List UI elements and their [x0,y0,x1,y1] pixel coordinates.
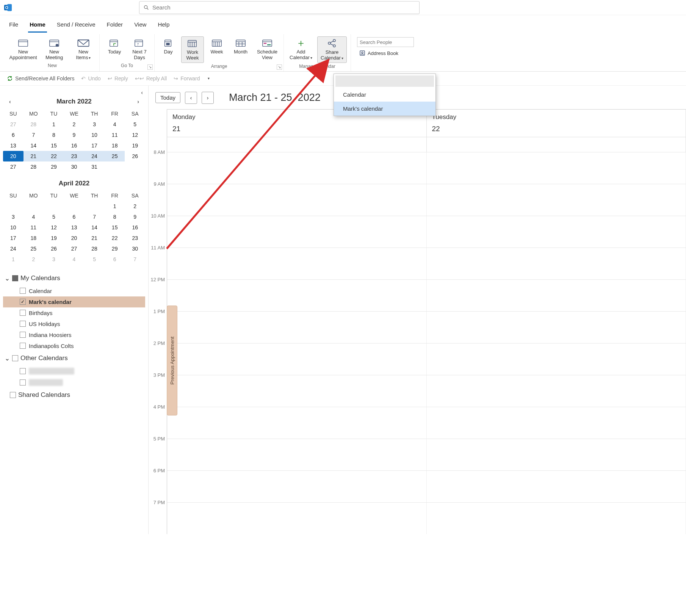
global-search[interactable] [139,1,420,14]
goto-dialog-launcher[interactable]: ↘ [147,64,153,70]
mini-day-cell[interactable]: 16 [125,222,145,233]
hour-row[interactable]: 6 PM [167,470,686,502]
menu-file[interactable]: File [8,19,20,33]
send-receive-all-button[interactable]: Send/Receive All Folders [7,75,74,82]
time-cell[interactable] [167,312,427,343]
mini-day-cell[interactable]: 1 [3,254,23,265]
mini-day-cell[interactable]: 23 [125,233,145,243]
menu-view[interactable]: View [133,19,148,33]
hour-row[interactable]: 1 PM [167,311,686,343]
share-menu-item-marks-calendar[interactable]: Mark's calendar [334,102,435,116]
mini-day-cell[interactable]: 3 [3,212,23,222]
mini-day-cell[interactable]: 12 [44,222,64,233]
mini-day-cell[interactable]: 16 [64,140,85,151]
time-cell[interactable] [167,343,427,375]
hour-row[interactable]: 8 AM [167,152,686,184]
calendar-checkbox[interactable] [20,343,26,349]
today-button[interactable]: Today [103,36,125,62]
mini-day-cell[interactable]: 10 [3,222,23,233]
mini-day-cell[interactable] [44,201,64,212]
mini-day-cell[interactable]: 1 [44,119,64,130]
hour-row[interactable]: 3 PM [167,375,686,407]
undo-button[interactable]: ↶Undo [81,75,100,82]
mini-day-cell[interactable]: 28 [84,243,105,254]
mini-day-cell[interactable]: 3 [44,254,64,265]
reply-button[interactable]: ↩Reply [108,75,128,82]
mini-day-cell[interactable]: 28 [23,161,44,172]
calendar-item[interactable]: Calendar [3,285,145,296]
hour-row[interactable]: 12 PM [167,279,686,311]
mini-day-cell[interactable]: 24 [3,243,23,254]
mini-day-cell[interactable]: 7 [125,254,145,265]
mini-day-cell[interactable] [23,201,44,212]
hour-row[interactable]: 2 PM [167,343,686,375]
calendar-item[interactable]: ✓Mark's calendar [3,296,145,307]
calendar-item[interactable]: US Holidays [3,318,145,329]
mini-day-cell[interactable]: 2 [64,119,85,130]
add-calendar-button[interactable]: ＋ Add Calendar▾ [288,36,314,63]
mini-day-cell[interactable] [64,201,85,212]
mini-prev-month[interactable]: ‹ [7,98,13,105]
time-cell[interactable] [167,471,427,502]
time-cell[interactable] [427,439,686,470]
time-cell[interactable] [167,152,427,184]
mini-day-cell[interactable]: 6 [3,130,23,140]
mini-day-cell[interactable]: 20 [64,233,85,243]
mini-day-cell[interactable]: 31 [84,161,105,172]
reply-all-button[interactable]: ↩↩Reply All [135,75,167,82]
mini-day-cell[interactable]: 27 [64,243,85,254]
mini-day-cell[interactable]: 13 [3,140,23,151]
new-items-button[interactable]: New Items▾ [71,36,96,62]
mini-day-cell[interactable]: 25 [23,243,44,254]
mini-day-cell[interactable]: 4 [105,119,125,130]
other-calendars-checkbox[interactable] [12,355,18,361]
mini-day-cell[interactable]: 5 [44,212,64,222]
address-book-button[interactable]: Address Book [357,49,414,57]
menu-home[interactable]: Home [28,19,47,33]
calendar-checkbox[interactable] [20,288,26,294]
mini-day-cell[interactable]: 7 [23,130,44,140]
other-calendar-item[interactable] [3,377,145,388]
mini-day-cell[interactable]: 2 [125,201,145,212]
time-cell[interactable] [427,184,686,216]
today-jump-button[interactable]: Today [155,92,180,103]
mini-day-cell[interactable]: 10 [84,130,105,140]
new-appointment-button[interactable]: New Appointment [9,36,37,62]
previous-appointment-tab[interactable]: Previous Appointment [167,306,177,415]
new-meeting-button[interactable]: New Meeting [40,36,68,62]
time-cell[interactable] [167,216,427,248]
mini-day-cell[interactable]: 12 [125,130,145,140]
mini-day-cell[interactable]: 27 [3,119,23,130]
hour-row[interactable]: 4 PM [167,407,686,439]
share-menu-item-calendar[interactable]: Calendar [334,88,435,102]
time-cell[interactable] [427,152,686,184]
calendar-checkbox[interactable] [20,321,26,327]
next-7-days-button[interactable]: 7 Next 7 Days [128,36,150,62]
quick-more-button[interactable]: ▾ [207,76,210,80]
mini-day-cell[interactable]: 4 [64,254,85,265]
shared-calendars-header[interactable]: Shared Calendars [3,388,145,402]
mini-day-cell[interactable]: 6 [64,212,85,222]
other-calendars-header[interactable]: ⌄ Other Calendars [3,351,145,365]
next-week-button[interactable]: › [202,92,214,104]
mini-day-cell[interactable]: 7 [84,212,105,222]
my-calendars-checkbox[interactable] [12,275,18,281]
mini-day-cell[interactable]: 21 [23,151,44,161]
calendar-checkbox[interactable]: ✓ [20,299,26,305]
mini-day-cell[interactable]: 30 [125,243,145,254]
mini-day-cell[interactable] [84,201,105,212]
mini-day-cell[interactable]: 14 [84,222,105,233]
mini-day-cell[interactable]: 17 [3,233,23,243]
mini-day-cell[interactable]: 4 [23,212,44,222]
mini-day-cell[interactable] [125,161,145,172]
time-cell[interactable] [167,184,427,216]
hour-row[interactable]: 5 PM [167,439,686,470]
mini-day-cell[interactable]: 11 [23,222,44,233]
time-cell[interactable] [427,248,686,279]
mini-day-cell[interactable]: 17 [84,140,105,151]
time-cell[interactable] [427,216,686,248]
mini-day-cell[interactable]: 2 [23,254,44,265]
mini-day-cell[interactable]: 18 [105,140,125,151]
mini-day-cell[interactable]: 8 [105,212,125,222]
mini-day-cell[interactable]: 26 [125,151,145,161]
